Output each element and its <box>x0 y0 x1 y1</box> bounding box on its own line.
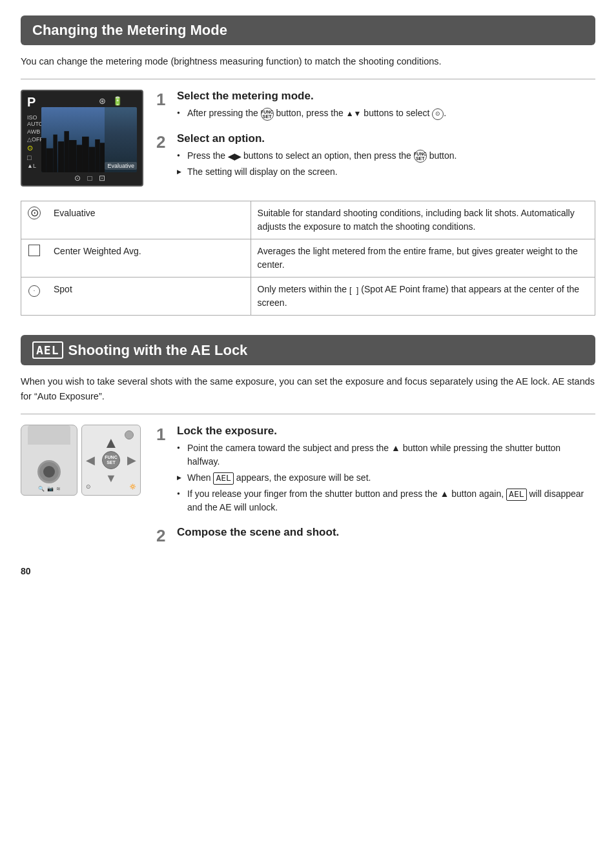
metering-step-1: 1 Select the metering mode. After pressi… <box>156 90 595 123</box>
metering-steps-panel: 1 Select the metering mode. After pressi… <box>156 90 595 190</box>
mode-indicator: P <box>27 95 36 110</box>
step-1-number: 1 <box>156 91 170 108</box>
ael-title: Shooting with the AE Lock <box>68 342 248 359</box>
step-1-content: Select the metering mode. After pressing… <box>177 90 446 123</box>
metering-intro: You can change the metering mode (bright… <box>21 54 595 68</box>
dpad-up-arrow: ▲ <box>103 435 119 450</box>
svg-rect-2 <box>41 138 46 172</box>
ael-bullet-2: If you release your finger from the shut… <box>177 487 595 514</box>
center-mode-icon <box>28 245 40 256</box>
ael-images: 🔍 📷 ≋ ▲ ◀ FUNCSET ▶ ▼ ⊙ 🔅 <box>21 425 143 553</box>
metering-options-table: ⊙ Evaluative Suitable for standard shoot… <box>21 201 595 316</box>
svg-rect-12 <box>100 143 105 173</box>
step-1-bullets: After pressing the FUNCSET button, press… <box>177 106 446 120</box>
func-set-icon-2: FUNCSET <box>414 150 427 163</box>
page-number: 80 <box>21 566 595 576</box>
ctrl-icon-1: ⊙ <box>86 483 91 490</box>
spot-mode-icon: · <box>28 285 40 297</box>
svg-rect-4 <box>53 135 57 172</box>
camera-lens <box>37 460 61 483</box>
metering-mode-section: Changing the Metering Mode You can chang… <box>21 15 595 316</box>
evaluative-icon-cell: ⊙ <box>21 201 48 239</box>
ael-indicator-2: AEL <box>506 489 526 501</box>
ael-step-1-bullets: Point the camera toward the subject and … <box>177 441 595 514</box>
cam-icon-1: 🔍 <box>38 486 45 492</box>
scene-svg <box>41 107 105 172</box>
func-set-icon-1: FUNCSET <box>261 108 274 121</box>
cam-icon-3: ≋ <box>56 486 61 492</box>
evaluative-label: Evaluative <box>105 162 137 170</box>
ael-arrow-1: When AEL appears, the exposure will be s… <box>177 471 595 485</box>
ael-divider <box>21 414 595 414</box>
ael-intro: When you wish to take several shots with… <box>21 374 595 403</box>
svg-rect-5 <box>58 142 65 173</box>
camera-body-illustration: 🔍 📷 ≋ <box>21 425 77 496</box>
ael-section: AEL Shooting with the AE Lock When you w… <box>21 335 595 553</box>
step-2-heading: Select an option. <box>177 132 457 145</box>
svg-rect-9 <box>82 137 89 172</box>
ael-step-1-heading: Lock the exposure. <box>177 425 595 438</box>
center-icon-cell <box>21 239 48 278</box>
ael-steps-layout: 🔍 📷 ≋ ▲ ◀ FUNCSET ▶ ▼ ⊙ 🔅 <box>21 425 595 553</box>
evaluative-desc: Suitable for standard shooting condition… <box>251 201 595 239</box>
ael-header-icon: AEL <box>32 341 63 359</box>
up-arrow-icon: ▲ <box>391 443 400 453</box>
step-2-bullet-1: Press the ◀▶ buttons to select an option… <box>177 149 457 163</box>
cam-bottom-icons: 🔍 📷 ≋ <box>24 486 74 492</box>
option-spot: · Spot Only meters within the [ ] (Spot … <box>21 278 595 316</box>
ael-step-1-content: Lock the exposure. Point the camera towa… <box>177 425 595 517</box>
metering-mode-header: Changing the Metering Mode <box>21 15 595 45</box>
dpad-left-arrow: ◀ <box>86 453 95 467</box>
dpad-illustration: ▲ ◀ FUNCSET ▶ ▼ <box>88 438 134 483</box>
spot-bracket: [ ] <box>349 285 358 295</box>
metering-mode-title: Changing the Metering Mode <box>32 22 227 39</box>
metering-mode-icon: ⊙ <box>432 108 444 120</box>
ael-step-2-heading: Compose the scene and shoot. <box>177 526 339 539</box>
spot-name: Spot <box>47 278 251 316</box>
ael-step-2-number: 2 <box>156 527 170 544</box>
spot-desc: Only meters within the [ ] (Spot AE Poin… <box>251 278 595 316</box>
ael-step-2-content: Compose the scene and shoot. <box>177 526 339 543</box>
dpad-center-button: FUNCSET <box>102 451 120 469</box>
step-1-heading: Select the metering mode. <box>177 90 446 103</box>
ael-step-1-number: 1 <box>156 426 170 443</box>
battery-icon: 🔋 <box>112 96 123 106</box>
ael-steps-panel: 1 Lock the exposure. Point the camera to… <box>156 425 595 553</box>
ael-step-2: 2 Compose the scene and shoot. <box>156 526 595 544</box>
spot-bottom: ⊡ <box>99 174 105 183</box>
ctrl-icon-2: 🔅 <box>129 483 136 490</box>
center-name: Center Weighted Avg. <box>47 239 251 278</box>
spot-icon-cell: · <box>21 278 48 316</box>
evaluative-name: Evaluative <box>47 201 251 239</box>
up-arrow-icon-2: ▲ <box>440 489 449 499</box>
camera-screen: P ⊛ 🔋 ISOAUTO AWB △OFF ⊙ □ ▲L <box>21 90 143 187</box>
svg-rect-3 <box>46 148 54 172</box>
lr-arrows-icon: ◀▶ <box>228 151 241 161</box>
option-center-weighted: Center Weighted Avg. Averages the light … <box>21 239 595 278</box>
svg-rect-7 <box>69 141 77 173</box>
wifi-icon: ⊛ <box>99 96 106 106</box>
svg-rect-8 <box>77 145 83 173</box>
metering-steps-layout: P ⊛ 🔋 ISOAUTO AWB △OFF ⊙ □ ▲L <box>21 90 595 190</box>
cam-icon-2: 📷 <box>47 486 54 492</box>
ael-header: AEL Shooting with the AE Lock <box>21 335 595 365</box>
step-1-bullet-1: After pressing the FUNCSET button, press… <box>177 106 446 120</box>
updown-arrows: ▲▼ <box>346 110 362 119</box>
svg-rect-10 <box>89 147 96 172</box>
step-2-number: 2 <box>156 134 170 150</box>
dpad-right-arrow: ▶ <box>127 453 136 467</box>
step-2-arrow-1: The setting will display on the screen. <box>177 165 457 179</box>
svg-rect-6 <box>64 132 68 173</box>
metering-bottom: ⊙ <box>74 174 81 183</box>
svg-rect-11 <box>95 139 99 172</box>
center-bottom: □ <box>87 174 92 183</box>
bottom-icons: ⊙ □ ⊡ <box>40 174 139 183</box>
option-evaluative: ⊙ Evaluative Suitable for standard shoot… <box>21 201 595 239</box>
top-icons: ⊛ 🔋 <box>99 96 123 106</box>
ael-indicator-1: AEL <box>213 472 233 485</box>
step-2-bullets: Press the ◀▶ buttons to select an option… <box>177 149 457 179</box>
center-desc: Averages the light metered from the enti… <box>251 239 595 278</box>
control-panel-illustration: ▲ ◀ FUNCSET ▶ ▼ ⊙ 🔅 <box>81 425 141 496</box>
ctrl-bottom-icons: ⊙ 🔅 <box>86 483 136 490</box>
section-divider <box>21 79 595 79</box>
